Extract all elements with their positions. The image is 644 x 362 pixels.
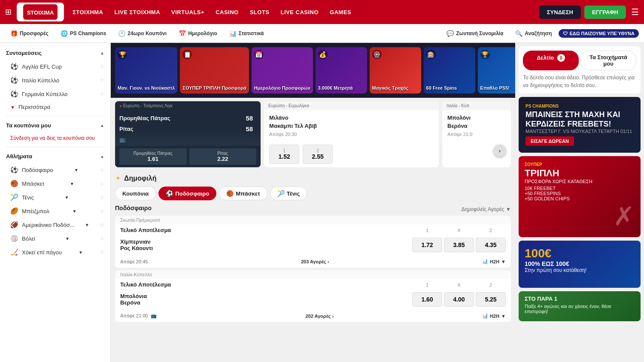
chevron-down-icon: ▼ — [506, 206, 511, 212]
outcome-1-match0[interactable]: 1.72 — [412, 238, 442, 252]
register-button[interactable]: ΕΓΓΡΑΦΗ — [584, 6, 626, 19]
ad-super-triple[interactable]: ΣΟΥΠΕΡ ΤΡΙΠΛΗ ΠΡΟΣΦΟΡΑ ΧΩΡΙΣ ΚΑΤΑΘΕΣΗ 10… — [519, 156, 641, 237]
favorite-icon2: ☆ — [100, 77, 104, 83]
promo-card-0[interactable]: 🏆 Μαν. Γιουν. vs Νιούκαστλ — [115, 47, 177, 94]
odds-btn-team1[interactable]: Προμηθέας Πάτρας 1.61 — [119, 148, 187, 165]
nav-games[interactable]: GAMES — [325, 6, 356, 19]
outcome-2-match0[interactable]: 4.35 — [476, 238, 506, 252]
betslip-badge: 0 — [557, 54, 565, 62]
euroleague-odds-2[interactable]: 2 2.55 — [303, 145, 333, 164]
promo-title-3: 3.000€ Μετρητά — [318, 85, 365, 91]
markets-link-0[interactable]: 203 Αγορές › — [301, 259, 329, 264]
match-odds-1: 1 1.52 2 2.55 — [264, 141, 439, 167]
ad-100-bonus[interactable]: 100€ 100% ΕΩΣ 100€ Στην πρώτη σου κατάθε… — [519, 241, 641, 288]
euroleague-odds-1[interactable]: 1 1.52 — [269, 145, 299, 164]
live-matches-section: ● Ευρώπη - Τσάμπιονς Λιγκ Προμηθέας Πάτρ… — [111, 98, 515, 171]
nav-live-casino[interactable]: LIVE CASINO — [276, 6, 324, 19]
login-button[interactable]: ΣΥΝΔΕΣΗ — [539, 6, 581, 19]
nav-stoixima[interactable]: ΣΤΟΙΧΗΜΑ — [67, 6, 109, 19]
promo-card-3[interactable]: 💰 3.000€ Μετρητά — [316, 47, 367, 94]
sports-header[interactable]: Αθλήματα ▲ — [0, 150, 110, 163]
tab-basketball[interactable]: 🏀 Μπάσκετ — [219, 187, 267, 200]
outcome-2-match1[interactable]: 5.25 — [476, 292, 506, 307]
bet-outcome-headers-1: 1 X 2 — [412, 282, 506, 287]
markets-link-1[interactable]: 202 Αγορές › — [305, 314, 334, 319]
second-navigation: 🎁 Προσφορές 🌐 PS Champions 🕐 24ωρο Κουπό… — [0, 24, 644, 43]
grid-icon[interactable]: ⊞ — [5, 7, 12, 17]
live-match-italycup: Ιταλία - Κύπ Μπολόνι Βερόνα Απόψε 21:0 › — [442, 101, 511, 167]
main-content: 🏆 Μαν. Γιουν. vs Νιούκαστλ 📋 ΣΟΥΠΕΡ ΤΡΙΠ… — [111, 43, 515, 362]
basketball-sport-icon: 🏀 — [10, 180, 18, 187]
promo-card-1[interactable]: 📋 ΣΟΥΠΕΡ ΤΡΙΠΛΗ Προσφορά — [180, 47, 249, 94]
ad-ps-champions[interactable]: PS CHAMPIONS ΜΠΑΙΝΕΙΣ ΣΤΗ ΜΑΧΗ ΚΑΙ ΚΕΡΔΙ… — [519, 97, 641, 153]
sidebar-divider — [6, 116, 104, 116]
promo-icon-1: 📋 — [182, 50, 192, 59]
promo-card-6[interactable]: 🏆 Επαθλο PS5! — [478, 47, 515, 94]
ps-cta-button[interactable]: ΕΙΣΑΓΕ ΔΩΡΕΑΝ — [526, 136, 574, 146]
nav-statistics[interactable]: 📊 Στατιστικά — [224, 27, 269, 39]
bet-result-label-0: Τελικό Αποτέλεσμα — [120, 227, 412, 233]
sidebar-item-more[interactable]: ▼ Περισσότερα — [0, 101, 110, 113]
nav-slots[interactable]: SLOTS — [245, 6, 275, 19]
sidebar-item-american-football[interactable]: 🏈 Αμερικάνικο Ποδόσ... ▼ ☆ — [0, 218, 110, 232]
sidebar-item-basketball[interactable]: 🏀 Μπάσκετ ▼ ☆ — [0, 177, 110, 190]
promo-card-5[interactable]: 🎰 60 Free Spins — [424, 47, 475, 94]
sport-expand-icon2: ▼ — [70, 181, 74, 186]
nav-24h-coupon[interactable]: 🕐 24ωρο Κουπόνι — [113, 27, 172, 39]
betslip-tab-myBets[interactable]: Τα Στοιχήματά μου — [580, 51, 636, 70]
nav-calendar[interactable]: 📅 Ημερολόγιο — [173, 27, 222, 39]
match-time-1: Απόψε 20:30 — [269, 132, 434, 137]
tab-football[interactable]: ⚽ Ποδόσφαιρο — [158, 187, 216, 200]
popular-markets-toggle[interactable]: Δημοφιλείς Αγορές ▼ — [461, 206, 511, 212]
nav-search[interactable]: 🔍 Αναζήτηση — [510, 27, 557, 39]
hamburger-icon[interactable]: ☰ — [631, 7, 639, 17]
header2-1: 1 — [412, 282, 442, 287]
coupons-signin-hint[interactable]: Σύνδεση για να δεις τα κουπόνια σου — [0, 132, 110, 144]
outcome-1-match1[interactable]: 1.60 — [412, 292, 442, 307]
outcome-x-match1[interactable]: 4.00 — [444, 292, 474, 307]
nav-casino[interactable]: CASINO — [210, 6, 244, 19]
match-teams-1: Μιλάνο Μακάμπι Τελ Αβίβ Απόψε 20:30 — [264, 110, 439, 141]
coupons-header[interactable]: Τα κουπόνια μου ▲ — [0, 119, 110, 132]
nav-ps-champions[interactable]: 🌐 PS Champions — [55, 27, 112, 39]
site-logo[interactable]: STOIXIMA — [17, 3, 64, 21]
sidebar-item-tennis[interactable]: 🎾 Τένις ▼ ☆ — [0, 190, 110, 204]
promo-card-4[interactable]: 🎡 Μαγικός Τροχός — [370, 47, 421, 94]
nav-right: ΣΥΝΔΕΣΗ ΕΓΓΡΑΦΗ ☰ — [539, 6, 639, 19]
expand-icon-1: ▼ — [501, 314, 506, 319]
ad-para1[interactable]: ΣΤΟ ΠΑΡΑ 1 Παίξε 4+ αγώνες και αν χάσεις… — [519, 291, 641, 321]
responsible-gambling-badge[interactable]: 🛡 ΕΔΩ ΠΑΙΖΟΥΜΕ ΥΠΕΎΘΥΝΑ — [559, 29, 639, 38]
live-scroll-next[interactable]: › — [494, 145, 506, 157]
sidebar-item-england-efl[interactable]: ⚽ Αγγλία EFL Cup ☆ — [0, 60, 110, 73]
outcome-x-match0[interactable]: 3.85 — [444, 238, 474, 252]
promo-card-2[interactable]: 📅 Ημερολόγιο Προσφορών — [252, 47, 313, 94]
h2h-btn-1[interactable]: 📊 H2H ▼ — [482, 313, 506, 319]
gift-icon: 🎁 — [10, 30, 18, 37]
main-layout: Συντομεύσεις ▲ ⚽ Αγγλία EFL Cup ☆ ⚽ Ιταλ… — [0, 43, 644, 362]
promo-scroll: 🏆 Μαν. Γιουν. vs Νιούκαστλ 📋 ΣΟΥΠΕΡ ΤΡΙΠ… — [111, 43, 515, 98]
nav-live-stoixima[interactable]: LIVE ΣΤΟΙΧΗΜΑ — [109, 6, 166, 19]
nav-offers[interactable]: 🎁 Προσφορές — [5, 27, 54, 39]
odds-btn-team2[interactable]: Ρίτας 2.22 — [189, 148, 257, 165]
promo-title-6: Επαθλο PS5! — [480, 85, 515, 91]
promo-title-5: 60 Free Spins — [426, 85, 473, 91]
sidebar-item-italy-cup[interactable]: ⚽ Ιταλία Κύπελλο ☆ — [0, 73, 110, 87]
sidebar-item-germany-cup[interactable]: ⚽ Γερμανία Κύπελλο ☆ — [0, 87, 110, 101]
tab-tennis[interactable]: 🎾 Τένις — [270, 187, 307, 200]
sidebar-item-volleyball[interactable]: 🏐 Βόλεϊ ▼ ☆ — [0, 232, 110, 245]
match-time-1: Απόψε 21:00 📺 — [120, 313, 157, 319]
shortcuts-header[interactable]: Συντομεύσεις ▲ — [0, 46, 110, 60]
sidebar-item-hockey[interactable]: 🏒 Χόκεϊ επί πάγου ▼ ☆ — [0, 245, 110, 259]
nav-live-chat[interactable]: 💬 Ζωντανή Συνομιλία — [441, 27, 508, 39]
expand-icon-0: ▼ — [501, 259, 506, 264]
sport-fav-icon: ☆ — [100, 167, 104, 173]
football-tab-icon: ⚽ — [166, 190, 173, 197]
nav-virtuals[interactable]: VIRTUALS+ — [166, 6, 210, 19]
sidebar-item-baseball[interactable]: 🏉 Μπέιζμπολ ▼ ☆ — [0, 204, 110, 218]
bonus-percent: 100% ΕΩΣ 100€ — [525, 260, 635, 267]
x-decoration: ✗ — [613, 201, 635, 231]
betslip-tab-active[interactable]: Δελτίο 0 — [523, 51, 579, 70]
sidebar-item-football[interactable]: ⚽ Ποδόσφαιρο ▼ ☆ — [0, 163, 110, 177]
tab-coupons[interactable]: Κουπόνια — [115, 187, 156, 200]
h2h-btn-0[interactable]: 📊 H2H ▼ — [482, 259, 506, 264]
